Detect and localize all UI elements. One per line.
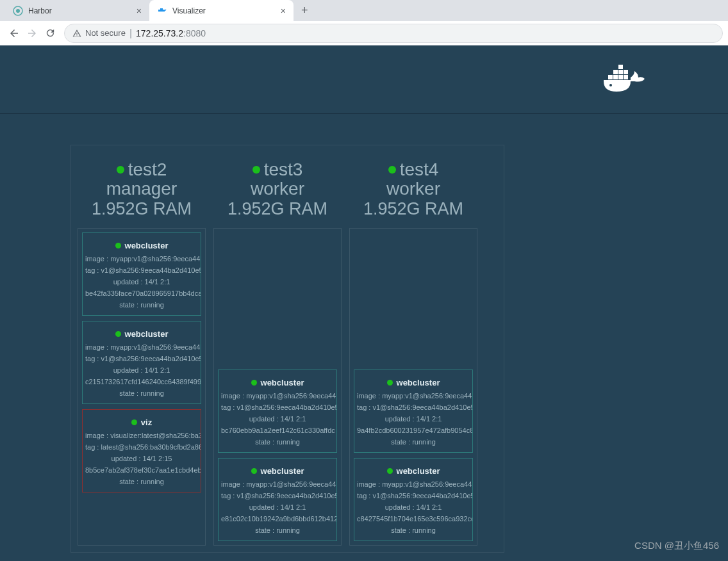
task-card[interactable]: viz image : visualizer:latest@sha256:ba3… [82,409,201,492]
tab-title: Harbor [28,6,136,15]
task-tag: tag : v1@sha256:9eeca44ba2d410e5 [85,355,198,362]
svg-rect-5 [624,75,628,79]
svg-rect-7 [618,70,623,74]
status-dot-icon [115,243,121,248]
task-card[interactable]: webcluster image : myapp:v1@sha256:9eeca… [82,321,201,404]
task-image: image : visualizer:latest@sha256:ba3 [85,432,198,439]
svg-rect-6 [613,70,618,74]
address-bar[interactable]: Not secure | 172.25.73.2:8080 [64,24,723,43]
node-header: test2 manager 1.952G RAM [78,159,206,219]
status-dot-icon [252,166,260,174]
task-id: 8b5ce7ab2af378ef30c7aa1e1cbd4eb [85,466,198,474]
node-body: webcluster image : myapp:v1@sha256:9eeca… [78,228,206,546]
node-test3: test3 worker 1.952G RAM webcluster image… [213,159,342,546]
page-header [0,45,728,114]
task-state: state : running [357,526,470,534]
url-separator: | [129,28,132,39]
node-ram: 1.952G RAM [349,199,477,219]
task-state: state : running [85,389,198,397]
task-image: image : myapp:v1@sha256:9eeca44b [221,480,334,488]
task-name: webcluster [387,466,440,476]
close-icon[interactable]: × [281,6,286,16]
svg-rect-9 [618,65,623,69]
tab-bar: Harbor × Visualizer × + [0,0,728,21]
task-name: viz [131,418,152,427]
task-updated: updated : 14/1 2:1 [221,415,334,423]
warning-icon [72,29,81,38]
task-id: c8427545f1b704e165e3c596ca932cc [357,515,470,523]
node-role: worker [213,179,342,199]
task-name: webcluster [387,378,440,387]
status-dot-icon [387,380,393,386]
task-image: image : myapp:v1@sha256:9eeca44b [85,343,198,351]
task-name: webcluster [251,466,304,476]
status-dot-icon [387,468,393,474]
docker-favicon-icon [157,6,167,16]
node-name: test2 [117,159,167,180]
task-state: state : running [221,438,334,446]
task-id: 9a4fb2cdb600231957e472afb9054c8 [357,427,470,434]
task-updated: updated : 14/1 2:1 [357,415,470,423]
task-card[interactable]: webcluster image : myapp:v1@sha256:9eeca… [354,370,473,453]
task-image: image : myapp:v1@sha256:9eeca44b [357,480,470,488]
browser-chrome: Harbor × Visualizer × + Not secure | 172… [0,0,728,45]
task-name: webcluster [115,241,169,250]
task-tag: tag : v1@sha256:9eeca44ba2d410e5 [85,266,198,274]
node-name: test3 [252,159,303,180]
node-test2: test2 manager 1.952G RAM webcluster imag… [78,159,206,546]
node-role: worker [349,179,477,199]
address-row: Not secure | 172.25.73.2:8080 [0,21,728,45]
tab-harbor[interactable]: Harbor × [5,0,149,21]
task-tag: tag : v1@sha256:9eeca44ba2d410e5 [221,403,334,411]
not-secure-badge[interactable]: Not secure [72,28,126,38]
node-role: manager [78,179,206,199]
status-dot-icon [251,468,257,474]
url-port: :8080 [183,28,206,38]
task-tag: tag : v1@sha256:9eeca44ba2d410e5 [357,403,470,411]
reload-button[interactable] [41,24,59,42]
svg-point-1 [16,9,20,13]
back-button[interactable] [5,24,23,42]
docker-logo-icon [601,60,651,99]
status-dot-icon [388,166,396,174]
tab-visualizer[interactable]: Visualizer × [149,0,294,21]
nodes-container: test2 manager 1.952G RAM webcluster imag… [70,145,504,553]
task-id: e81c02c10b19242a9bd6bbd612b412 [221,515,334,523]
task-card[interactable]: webcluster image : myapp:v1@sha256:9eeca… [218,458,337,541]
harbor-favicon-icon [13,6,23,16]
node-header: test3 worker 1.952G RAM [213,159,342,219]
new-tab-button[interactable]: + [294,4,316,17]
task-updated: updated : 14/1 2:1 [85,366,198,374]
watermark: CSDN @丑小鱼456 [634,540,719,552]
forward-button[interactable] [23,24,41,42]
node-body: webcluster image : myapp:v1@sha256:9eeca… [349,228,477,546]
task-updated: updated : 14/1 2:15 [85,455,198,462]
task-id: be42fa335face70a028965917bb4dca [85,289,198,297]
task-image: image : myapp:v1@sha256:9eeca44b [85,255,198,263]
task-updated: updated : 14/1 2:1 [221,503,334,511]
node-header: test4 worker 1.952G RAM [349,159,477,219]
task-state: state : running [221,526,334,534]
close-icon[interactable]: × [136,6,142,16]
node-name: test4 [388,159,439,180]
task-state: state : running [85,301,198,309]
task-card[interactable]: webcluster image : myapp:v1@sha256:9eeca… [82,232,201,316]
status-dot-icon [131,419,137,425]
not-secure-label: Not secure [85,28,126,38]
svg-rect-3 [613,75,618,79]
task-id: bc760ebb9a1a2eef142c61c330affdc [221,427,334,434]
task-state: state : running [357,438,470,446]
url-host: 172.25.73.2 [136,28,183,38]
task-state: state : running [85,478,198,485]
status-dot-icon [115,331,121,337]
task-id: c2151732617cfd146240cc64389f499 [85,378,198,386]
node-test4: test4 worker 1.952G RAM webcluster image… [349,159,477,546]
task-card[interactable]: webcluster image : myapp:v1@sha256:9eeca… [218,370,337,453]
node-ram: 1.952G RAM [78,199,206,219]
tab-title: Visualizer [172,6,281,15]
svg-point-10 [609,84,612,86]
page-content: test2 manager 1.952G RAM webcluster imag… [0,45,728,561]
task-card[interactable]: webcluster image : myapp:v1@sha256:9eeca… [354,458,473,541]
status-dot-icon [251,380,257,386]
svg-rect-4 [618,75,623,79]
